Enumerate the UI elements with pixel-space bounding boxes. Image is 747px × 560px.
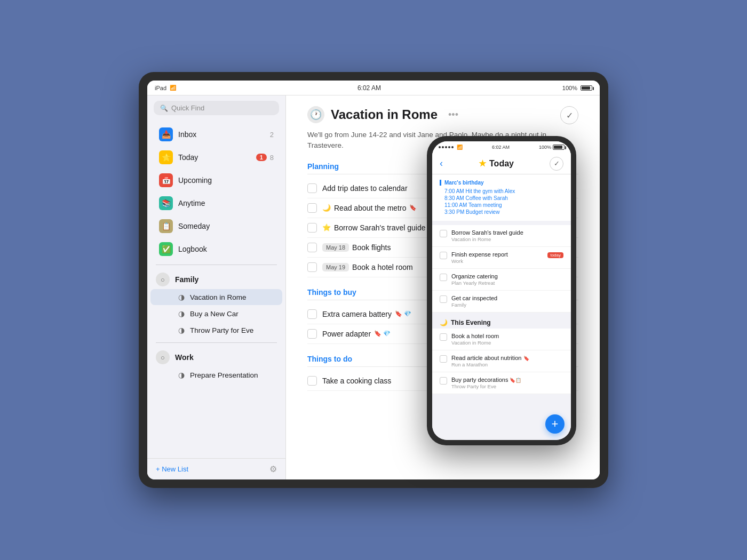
party-label: Throw Party for Eve xyxy=(190,326,253,334)
project-more-button[interactable]: ••• xyxy=(448,109,458,121)
task-checkbox-6[interactable] xyxy=(307,329,317,339)
signal-dot-1 xyxy=(439,146,441,148)
sidebar-item-upcoming[interactable]: 📅 Upcoming xyxy=(150,169,282,191)
sidebar-item-anytime[interactable]: 📚 Anytime xyxy=(150,192,282,214)
task-checkbox-5[interactable] xyxy=(307,309,317,319)
iphone-evening-name-2: Buy party decorations 🔖📋 xyxy=(451,377,563,383)
iphone-task-sub-0: Vacation in Rome xyxy=(451,236,563,242)
task-text-battery: Extra camera battery 🔖 💎 xyxy=(322,310,411,318)
gear-icon[interactable]: ⚙ xyxy=(269,464,277,474)
logbook-label: Logbook xyxy=(178,245,207,253)
iphone-tasks-block: Borrow Sarah's travel guide Vacation in … xyxy=(432,225,571,313)
sidebar-item-someday[interactable]: 📋 Someday xyxy=(150,215,282,237)
search-bar[interactable]: 🔍 Quick Find xyxy=(154,101,279,115)
sidebar-item-presentation[interactable]: ◑ Prepare Presentation xyxy=(150,367,282,383)
iphone-back-button[interactable]: ‹ xyxy=(440,158,443,169)
sidebar-item-today[interactable]: ⭐ Today 1 8 xyxy=(150,146,282,169)
someday-icon: 📋 xyxy=(159,219,173,233)
iphone-evening-tasks-block: Book a hotel room Vacation in Rome Read … xyxy=(432,329,571,394)
iphone-evening-checkbox-1[interactable] xyxy=(440,355,447,363)
iphone-evening-sub-0: Vacation in Rome xyxy=(451,340,563,346)
section-family[interactable]: ○ Family xyxy=(147,269,285,289)
iphone-checkbox-2[interactable] xyxy=(440,274,447,281)
today-star-icon: ★ xyxy=(479,158,486,169)
task-checkbox-3[interactable] xyxy=(307,243,317,252)
iphone-battery: 100% xyxy=(539,145,565,150)
search-placeholder: Quick Find xyxy=(171,104,204,112)
sidebar-item-party[interactable]: ◑ Throw Party for Eve xyxy=(150,322,282,338)
iphone-birthday-label: Marc's birthday xyxy=(440,180,563,186)
today-badge: 1 xyxy=(256,154,267,161)
iphone-nav-bar: ‹ ★ Today ✓ xyxy=(432,153,571,174)
vacation-item-icon: ◑ xyxy=(178,293,185,301)
iphone-task-row-3: Get car inspected Family xyxy=(432,291,571,313)
today-icon: ⭐ xyxy=(159,150,173,164)
sidebar-item-logbook[interactable]: ✅ Logbook xyxy=(150,238,282,260)
sidebar-item-car[interactable]: ◑ Buy a New Car xyxy=(150,306,282,322)
iphone-battery-pct: 100% xyxy=(539,145,551,150)
iphone-check-button[interactable]: ✓ xyxy=(550,157,563,171)
iphone-today-label: Today xyxy=(489,159,514,169)
project-title: Vacation in Rome xyxy=(331,107,438,122)
signal-dot-4 xyxy=(448,146,450,148)
cal-time-3: 3:30 PM xyxy=(444,209,464,215)
iphone-cal-item-3: 3:30 PM Budget review xyxy=(440,209,563,215)
inbox-count: 2 xyxy=(270,131,274,139)
task-checkbox-2[interactable] xyxy=(307,223,317,233)
ipad-time: 6:02 AM xyxy=(357,84,381,92)
iphone-evening-checkbox-2[interactable] xyxy=(440,377,447,385)
iphone-task-info-3: Get car inspected Family xyxy=(451,295,563,308)
ipad-status-bar: iPad 📶 6:02 AM 100% xyxy=(147,81,600,95)
task-checkbox-0[interactable] xyxy=(307,183,317,193)
iphone-frame: 📶 6:02 AM 100% ‹ ★ Today ✓ xyxy=(427,136,576,445)
signal-dot-3 xyxy=(445,146,447,148)
task-checkbox-1[interactable] xyxy=(307,203,317,213)
battery-percent: 100% xyxy=(562,85,577,91)
inbox-icon: 📥 xyxy=(159,127,173,141)
iphone-checkbox-1[interactable] xyxy=(440,252,447,259)
iphone-checkbox-3[interactable] xyxy=(440,295,447,303)
battery-icon xyxy=(581,85,592,91)
sidebar-item-inbox[interactable]: 📥 Inbox 2 xyxy=(150,123,282,146)
note-icon: 🔖 xyxy=(409,204,417,211)
iphone-task-name-2: Organize catering xyxy=(451,273,563,279)
today-badges: 1 8 xyxy=(256,154,274,162)
cal-time-1: 8:30 AM xyxy=(444,195,464,201)
task-text-hotel: May 19 Book a hotel room xyxy=(322,263,413,271)
iphone-evening-info-0: Book a hotel room Vacation in Rome xyxy=(451,333,563,346)
task-text-metro: 🌙 Read about the metro 🔖 xyxy=(322,204,417,212)
vacation-label: Vacation in Rome xyxy=(190,293,247,301)
iphone-task-name-0: Borrow Sarah's travel guide xyxy=(451,229,563,236)
task-checkbox-7[interactable] xyxy=(307,376,317,386)
iphone-task-badge-1: today xyxy=(547,252,563,258)
task-checkbox-4[interactable] xyxy=(307,262,317,272)
iphone-evening-checkbox-0[interactable] xyxy=(440,333,447,341)
iphone-checkbox-0[interactable] xyxy=(440,230,447,237)
car-label: Buy a New Car xyxy=(190,310,239,318)
signal-dot-2 xyxy=(442,146,444,148)
task-text-guide: ⭐ Borrow Sarah's travel guide xyxy=(322,223,426,232)
project-check-button[interactable]: ✓ xyxy=(560,106,578,124)
task-text-adapter: Power adapter 🔖 💎 xyxy=(322,330,391,338)
page-wrapper: iPad 📶 6:02 AM 100% 🔍 Quick Find xyxy=(139,72,608,488)
iphone-battery-icon xyxy=(553,145,565,150)
moon-emoji: 🌙 xyxy=(322,204,331,212)
new-list-button[interactable]: + New List xyxy=(156,465,188,473)
main-header: 🕐 Vacation in Rome ••• ✓ xyxy=(307,106,578,124)
work-icon: ○ xyxy=(156,350,170,364)
evening-task-1-icons: 🔖 xyxy=(523,356,529,361)
iphone-task-row-2: Organize catering Plan Yearly Retreat xyxy=(432,269,571,291)
section-work[interactable]: ○ Work xyxy=(147,347,285,366)
task-text-cooking: Take a cooking class xyxy=(322,377,391,385)
family-label: Family xyxy=(175,275,198,284)
iphone-screen: 📶 6:02 AM 100% ‹ ★ Today ✓ xyxy=(432,141,571,440)
sidebar-divider-2 xyxy=(156,342,277,343)
iphone-add-button[interactable]: + xyxy=(545,414,565,434)
flights-date-badge: May 18 xyxy=(322,243,349,252)
iphone-calendar-block: Marc's birthday 7:00 AM Hit the gym with… xyxy=(432,174,571,221)
iphone-evening-info-2: Buy party decorations 🔖📋 Throw Party for… xyxy=(451,377,563,389)
anytime-label: Anytime xyxy=(178,199,205,207)
hotel-date-badge: May 19 xyxy=(322,263,349,271)
sidebar-item-vacation[interactable]: ◑ Vacation in Rome xyxy=(150,289,282,305)
iphone-evening-task-2: Buy party decorations 🔖📋 Throw Party for… xyxy=(432,372,571,394)
